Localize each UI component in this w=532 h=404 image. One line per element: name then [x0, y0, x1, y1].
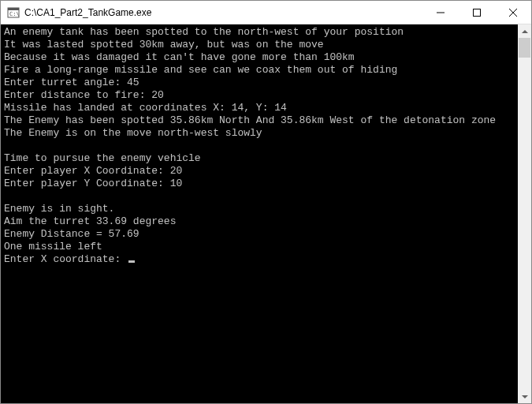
svg-text:C:\: C:\ — [9, 11, 20, 17]
console-area: An enemy tank has been spotted to the no… — [1, 24, 531, 403]
close-button[interactable] — [495, 1, 531, 24]
titlebar: C:\ C:\CA1_Part2_TankGame.exe — [1, 1, 531, 24]
console-line: Fire a long-range missile and see can we… — [4, 64, 515, 77]
svg-marker-8 — [522, 395, 528, 398]
console-line: One missile left — [4, 241, 515, 253]
console-line: The Enemy has been spotted 35.86km North… — [4, 114, 515, 127]
svg-marker-7 — [522, 30, 528, 33]
console-line: Time to pursue the enemy vehicle — [4, 152, 515, 165]
console-line: Aim the turret 33.69 degrees — [4, 215, 515, 228]
window-controls — [422, 1, 531, 24]
console-line: Enter player Y Coordinate: 10 — [4, 178, 515, 190]
svg-rect-4 — [474, 9, 481, 16]
cursor — [128, 260, 135, 263]
console-output[interactable]: An enemy tank has been spotted to the no… — [1, 24, 518, 403]
minimize-button[interactable] — [422, 1, 459, 24]
scroll-up-button[interactable] — [518, 24, 531, 38]
window-title: C:\CA1_Part2_TankGame.exe — [24, 7, 422, 18]
console-line: It was lasted spotted 30km away, but was… — [4, 39, 515, 51]
console-line — [4, 190, 515, 203]
vertical-scrollbar[interactable] — [518, 24, 531, 403]
svg-rect-1 — [8, 8, 19, 10]
console-line — [4, 140, 515, 152]
console-line: Enter player X Coordinate: 20 — [4, 165, 515, 178]
app-icon: C:\ — [7, 6, 20, 19]
console-line: Enter turret angle: 45 — [4, 77, 515, 89]
console-line: Because it was damaged it can't have gon… — [4, 51, 515, 64]
scroll-thumb[interactable] — [519, 38, 530, 58]
console-line: Enemy is in sight. — [4, 203, 515, 215]
console-line: An enemy tank has been spotted to the no… — [4, 26, 515, 39]
console-line: Enter distance to fire: 20 — [4, 89, 515, 102]
scroll-down-button[interactable] — [518, 390, 531, 403]
console-line: The Enemy is on the move north-west slow… — [4, 127, 515, 140]
console-line: Enter X coordinate: — [4, 253, 515, 266]
console-line: Enemy Distance = 57.69 — [4, 228, 515, 241]
console-line: Missile has landed at coordinates X: 14,… — [4, 102, 515, 114]
maximize-button[interactable] — [459, 1, 495, 24]
